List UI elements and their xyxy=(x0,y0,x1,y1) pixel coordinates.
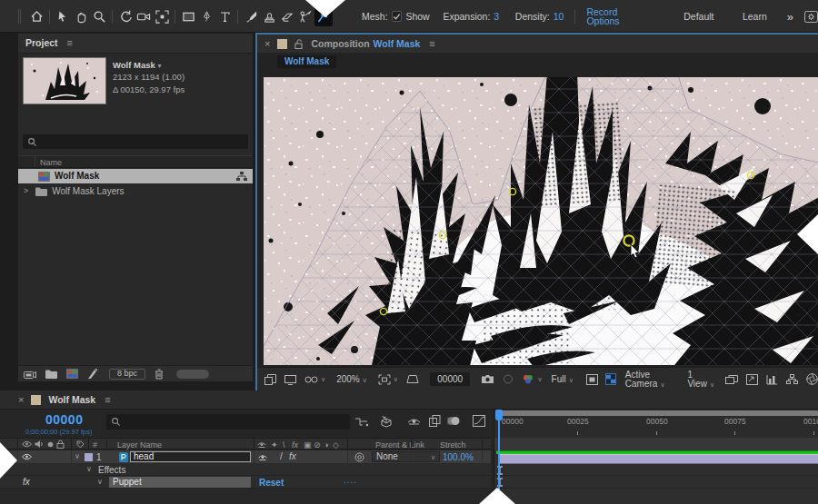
index-column-header[interactable]: # xyxy=(93,441,97,450)
type-tool-button[interactable] xyxy=(215,6,234,26)
pan-behind-tool-button[interactable] xyxy=(153,6,171,26)
eye-toggle[interactable] xyxy=(22,453,32,460)
composition-tab-name[interactable]: Wolf Mask xyxy=(374,39,421,49)
parent-select[interactable]: None∨ xyxy=(372,451,440,462)
stretch-column-header[interactable]: Stretch xyxy=(440,441,466,450)
timeline-graph-icon[interactable] xyxy=(766,374,778,385)
project-item-thumbnail[interactable] xyxy=(23,57,106,104)
project-item-title[interactable]: Wolf Mask xyxy=(113,60,155,70)
trash-icon[interactable] xyxy=(155,369,164,380)
brush-tool-button[interactable] xyxy=(242,6,260,26)
layer-shy-toggle[interactable] xyxy=(258,453,267,461)
effect-fx-badge[interactable]: fx xyxy=(23,478,30,487)
lock-icon[interactable] xyxy=(294,39,304,49)
workspace-learn-tab[interactable]: Learn xyxy=(743,12,767,22)
home-tool-button[interactable] xyxy=(27,6,45,26)
close-panel-icon[interactable]: × xyxy=(264,39,270,49)
layer-quality-toggle[interactable]: / xyxy=(280,452,283,461)
project-name-column-header[interactable]: Name xyxy=(40,159,62,167)
new-folder-icon[interactable] xyxy=(45,370,57,379)
rectangle-tool-button[interactable] xyxy=(179,6,197,26)
project-tab[interactable]: Project xyxy=(25,38,58,48)
project-row-wolf-mask[interactable]: Wolf Mask xyxy=(18,169,253,183)
effects-group-label[interactable]: Effects xyxy=(98,466,125,475)
playhead-handle[interactable] xyxy=(495,410,503,420)
new-composition-icon[interactable] xyxy=(66,369,78,379)
transparency-grid-icon[interactable] xyxy=(605,373,616,385)
flowchart-view-icon[interactable] xyxy=(786,374,798,384)
timeline-panel-menu-icon[interactable]: ≡ xyxy=(105,395,110,405)
timeline-track-area[interactable] xyxy=(494,438,818,504)
project-item-caret[interactable]: ▾ xyxy=(157,62,161,70)
resolution-select[interactable]: Full∨ xyxy=(552,375,574,384)
project-scrollbar-thumb[interactable] xyxy=(176,370,209,379)
puppet-effect-name[interactable]: Puppet xyxy=(109,477,251,488)
corner-pin-icon[interactable] xyxy=(406,374,419,384)
timeline-tab-name[interactable]: Wolf Mask xyxy=(48,395,95,405)
composition-mini-flowchart-icon[interactable] xyxy=(354,417,368,427)
project-row-wolf-mask-layers[interactable]: > Wolf Mask Layers xyxy=(18,184,253,198)
workspace-overflow-button[interactable]: » xyxy=(787,11,793,23)
layer-label-color-chip[interactable] xyxy=(85,453,93,461)
layer-duration-bar[interactable] xyxy=(499,454,818,464)
fast-previews-icon[interactable] xyxy=(586,374,598,385)
workspace-default-tab[interactable]: Default xyxy=(683,12,713,22)
frame-blending-icon[interactable] xyxy=(429,415,441,427)
interpret-footage-icon[interactable] xyxy=(24,370,36,379)
composition-panel-menu-icon[interactable]: ≡ xyxy=(429,39,434,49)
workspace-settings-button[interactable] xyxy=(804,11,818,23)
effects-group-row[interactable]: ∨ Effects xyxy=(0,464,491,476)
clone-stamp-tool-button[interactable] xyxy=(260,6,278,26)
project-panel-menu-icon[interactable]: ≡ xyxy=(67,38,73,48)
timeline-search-input[interactable] xyxy=(106,414,350,430)
time-ruler[interactable]: 00000 00025 00050 00075 00100 xyxy=(494,410,818,438)
puppet-effect-row[interactable]: fx ∨ Puppet Reset .... xyxy=(0,476,491,489)
rotation-tool-button[interactable] xyxy=(116,6,135,26)
eraser-tool-button[interactable] xyxy=(278,6,296,26)
channel-icon[interactable]: ∨ xyxy=(522,374,542,384)
region-of-interest-icon[interactable]: ∨ xyxy=(378,374,398,385)
shy-layers-icon[interactable] xyxy=(407,416,421,427)
pickwhip-icon[interactable] xyxy=(354,452,364,462)
layer-fx-toggle[interactable]: fx xyxy=(289,452,296,461)
graph-editor-icon[interactable] xyxy=(473,415,485,427)
selection-tool-button[interactable] xyxy=(54,6,72,26)
camera-tool-button[interactable] xyxy=(135,6,153,26)
adjustment-icon[interactable] xyxy=(87,369,98,380)
expression-dots[interactable]: .... xyxy=(344,476,357,485)
composition-breadcrumb[interactable]: Wolf Mask xyxy=(277,55,336,68)
layer-name-column-header[interactable]: Layer Name xyxy=(117,441,162,450)
hand-tool-button[interactable] xyxy=(72,6,90,26)
close-panel-icon[interactable]: × xyxy=(18,395,24,405)
puppet-expand-chevron[interactable]: ∨ xyxy=(97,479,103,486)
current-timecode[interactable]: 00000 xyxy=(45,413,83,426)
motion-blur-icon[interactable] xyxy=(447,416,460,426)
share-view-icon[interactable] xyxy=(725,375,738,384)
bpc-button[interactable]: 8 bpc xyxy=(109,369,145,380)
zoom-tool-button[interactable] xyxy=(90,6,108,26)
mesh-show-checkbox[interactable] xyxy=(392,11,403,22)
zoom-level-select[interactable]: 200%∨ xyxy=(336,375,367,384)
camera-select[interactable]: Active Camera∨ xyxy=(625,371,677,389)
work-area-bar[interactable] xyxy=(496,410,818,416)
parent-link-column-header[interactable]: Parent & Link xyxy=(375,441,424,450)
draft-3d-icon[interactable] xyxy=(380,416,394,428)
density-value[interactable]: 10 xyxy=(554,12,564,22)
puppet-reset-button[interactable]: Reset xyxy=(259,479,284,488)
pen-tool-button[interactable] xyxy=(197,6,215,26)
project-search-input[interactable] xyxy=(23,134,248,149)
expansion-value[interactable]: 3 xyxy=(494,12,499,22)
layer-row-head[interactable]: ∨ 1 head / fx None∨ 100.0% xyxy=(0,450,491,464)
effects-expand-chevron[interactable]: ∨ xyxy=(86,466,92,473)
pixel-aspect-icon[interactable] xyxy=(746,374,758,385)
monitor-icon[interactable] xyxy=(284,374,296,385)
expand-caret[interactable]: > xyxy=(24,187,28,195)
shutter-icon[interactable] xyxy=(806,373,818,385)
composition-viewer-canvas[interactable] xyxy=(264,77,818,365)
snapshot-layers-icon[interactable] xyxy=(264,374,276,385)
snapshot-camera-icon[interactable] xyxy=(481,374,494,384)
stretch-value[interactable]: 100.0% xyxy=(443,453,474,462)
layer-name-edit-field[interactable]: head xyxy=(130,451,251,462)
view-layout-select[interactable]: 1 View∨ xyxy=(687,371,714,389)
frame-counter-field[interactable]: 00000 xyxy=(430,372,471,386)
